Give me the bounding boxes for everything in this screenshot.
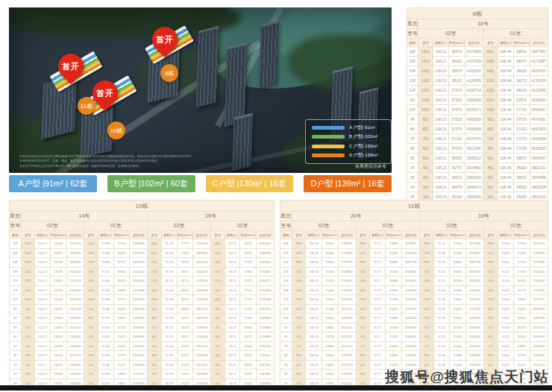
image-corner-note: 效果图仅供参考 [355,163,386,170]
legend-row: A 户型| 91m² [312,124,385,131]
map-pin-building-10: 首开 [87,75,123,111]
table-row: 14F1402108.213827041411971401108.4438320… [407,66,548,76]
price-table: 11栋单元号20号19号室号02室01室02室01室楼层房号面积(㎡)单价(元/… [280,200,548,386]
table-row: 11F1102102.17252762582449110191.84263252… [10,285,275,295]
table-row: 9F902102.1724976255179890191.84260252390… [10,304,275,314]
image-disclaimer-text: 本宣传资料所发布的内容为要约邀请,不作为要约或承诺,相关内容不排除因政府相关规划… [19,154,273,168]
table-row: 6F602106.3224410259527160192.77248852308… [280,351,548,361]
room-header-row: 室号02室01室02室01室 [280,221,548,231]
table-row: 11F1102108.213782040925021101108.4437870… [407,95,548,105]
column-header-row: 楼层房号面积(㎡)单价(元/㎡)总价(元)房号面积(㎡)单价(元/㎡)总价(元) [407,39,548,47]
table-row: 15F1502108.213842041574281501108.4438470… [407,57,548,66]
pin-label: 首开 [152,27,178,52]
banner-type-c: C户型 |130m² | 16套 [206,175,294,192]
table-row: 8F802108.21373704043808801108.4437420405… [407,124,548,134]
map-pin-building-8: 首开 [147,22,183,57]
price-table-building-8: 8栋单元号16号室号02室01室楼层房号面积(㎡)单价(元/㎡)总价(元)房号面… [407,7,548,202]
room-header-row: 室号02室01室 [407,29,548,39]
table-row: 10F1002108.213767040762711001108.4437720… [407,105,548,115]
table-row: 2F202102.1723926244451920191.84249752293… [10,370,275,379]
price-table-building-11: 11栋单元号20号19号室号02室01室02室01室楼层房号面积(㎡)单价(元/… [280,200,548,386]
building-header-row: 11栋 [280,200,548,212]
banner-type-d: D户型 |139m² | 16套 [304,175,392,192]
banner-type-b: B户型 |102m² | 60套 [107,175,195,192]
price-table: 10栋单元号14号15号室号02室01室02室01室楼层房号面积(㎡)单价(元/… [9,200,275,388]
table-row: 8F802106.3224710262716780192.77251852336… [280,332,548,342]
banner-type-a: A户型 |91m² | 62套 [9,175,97,192]
legend-label: B 户型| 102m² [349,133,377,140]
column-header-row: 楼层房号面积(㎡)单价(元/㎡)总价(元)房号面积(㎡)单价(元/㎡)总价(元)… [280,231,548,239]
table-row: 14F1402102.17257262628425140191.84267752… [10,258,275,268]
table-row: 7F702108.21372204027576701108.4437270404… [407,134,548,144]
sohu-watermark: 搜狐号@搜狐焦点天门站 [385,367,549,387]
table-row: 16F1602108.213857041736601601108.4438620… [407,47,548,57]
legend-label: D 户型| 139m² [349,152,377,159]
legend-label: A 户型| 91m² [349,124,374,131]
table-row: 3F302102.1724076245984530191.84251252307… [10,360,275,370]
table-row: 7F702102.1724676252114770191.84257252362… [10,323,275,332]
building-header-row: 8栋 [407,8,548,19]
page: 首开 首开 首开 11栋 10栋 8栋 A 户型| 91m² B 户型| 102… [0,0,552,392]
table-row: 4F402108.21367703978882401108.4436820399… [407,163,548,173]
legend-row: D 户型| 139m² [312,152,385,159]
building-header-row: 10栋 [10,200,275,212]
table-row: 8F802102.1724826253647280191.84258752376… [10,314,275,323]
legend-color-bar-d [312,154,345,157]
table-row: 6F602108.21370704011345601108.4437120402… [407,144,548,154]
table-row: 5F502102.1724376249049650191.84254252335… [10,341,275,351]
legend-color-bar-b [312,135,345,139]
table-row: 12F1202102.17254262597774120191.84264752… [10,276,275,286]
unit-type-banners: A户型 |91m² | 62套 B户型 |102m² | 60套 C户型 |13… [9,175,392,192]
legend-label: C 户型| 130m² [349,143,377,150]
pin-label: 首开 [92,80,118,106]
table-row: 14F1402106.32256102722855140192.77260852… [280,276,548,286]
pin-label: 首开 [58,54,84,79]
table-row: 9F902106.3224860264311590192.77253352350… [280,323,548,332]
table-row: 15F1502106.32257602738803150192.77262352… [280,267,548,276]
price-table: 8栋单元号16号室号02室01室楼层房号面积(㎡)单价(元/㎡)总价(元)房号面… [407,7,548,202]
table-row: 16F1602102.17260262659076160191.84270752… [10,239,275,249]
table-row: 3F302108.21366203962650301108.4436670397… [407,173,548,183]
table-row: 17F1702106.32260602770699170192.77265352… [280,248,548,258]
unit-header-row: 单元号20号19号 [280,212,548,221]
unit-header-row: 单元号14号15号 [10,212,275,221]
legend-row: C 户型| 130m² [312,143,385,150]
map-pin-building-11: 首开 [53,48,89,84]
table-row: 2F202108.21364703946419201108.4436520396… [407,183,548,192]
table-row: 13F1302106.32254602706907130192.77259352… [280,285,548,295]
aerial-render-image: 首开 首开 首开 11栋 10栋 8栋 A 户型| 91m² B 户型| 102… [9,7,392,173]
table-row: 11F1102106.32251602675011110192.77256352… [280,304,548,314]
table-row: 10F1002102.17251262567123100191.84261752… [10,295,275,305]
table-row: 10F1002106.32250102659063100192.77254852… [280,314,548,323]
legend-color-bar-c [312,145,345,148]
table-row: 12F1202108.213797041087341201108.4438020… [407,86,548,95]
table-row: 18F1802106.32262102786647180192.77266852… [280,239,548,249]
unit-type-legend: A 户型| 91m² B 户型| 102m² C 户型| 130m² D 户型|… [305,119,392,164]
table-row: 16F1602106.32259102754751160192.77263852… [280,258,548,268]
building-badge-10: 10栋 [107,121,125,139]
legend-color-bar-a [312,126,345,130]
building-badge-8: 8栋 [160,64,178,82]
table-row: 15F1502102.17258762643751150191.84269252… [10,248,275,258]
table-row: 4F402102.1724226247517040191.84252752321… [10,351,275,361]
column-header-row: 楼层房号面积(㎡)单价(元/㎡)总价(元)房号面积(㎡)单价(元/㎡)总价(元)… [10,231,275,239]
table-row: 12F1202106.32253102690959120192.77257852… [280,295,548,305]
table-row: 13F1302108.213812041249651301108.4438170… [407,76,548,86]
legend-row: B 户型| 102m² [312,133,385,140]
unit-header-row: 单元号16号 [407,19,548,29]
table-row: 7F702106.3224560261121970192.77250352322… [280,341,548,351]
table-row: 9F902108.21375204060039901108.4437570407… [407,115,548,124]
price-table-building-10: 10栋单元号14号15号室号02室01室02室01室楼层房号面积(㎡)单价(元/… [9,200,275,388]
room-header-row: 室号02室01室02室01室 [10,221,275,231]
table-row: 13F1302102.17255762613100130191.84266252… [10,267,275,276]
table-row: 5F502108.21369203995113501108.4436970400… [407,154,548,163]
table-row: 6F602102.1724526250582160191.84255752348… [10,332,275,342]
